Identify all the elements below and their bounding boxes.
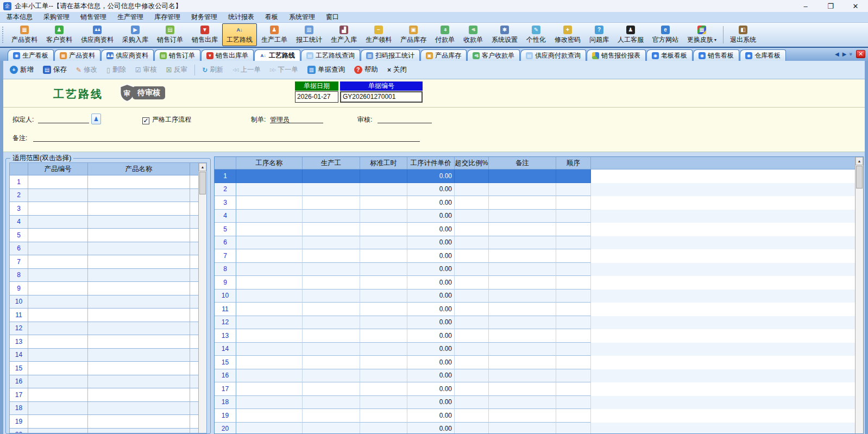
grid-cell[interactable] [556,316,591,330]
grid-cell[interactable] [489,369,556,383]
grid-cell[interactable] [303,409,360,423]
grid-cell[interactable] [236,316,303,330]
tab-3[interactable]: ♟♟供应商资料 [101,49,154,61]
grid-cell[interactable] [556,223,591,236]
grid-scrollbar[interactable]: ▲ [855,157,863,433]
table-cell[interactable] [28,388,88,401]
grid-cell[interactable] [455,369,489,383]
grid-row[interactable]: 130.00 [215,329,855,343]
table-cell[interactable] [28,255,88,268]
grid-cell[interactable] [489,263,556,276]
toolbar-grip[interactable] [2,27,5,43]
grid-cell[interactable] [489,396,556,410]
table-row[interactable]: 14 [10,349,198,362]
menu-item-1[interactable]: 基本信息 [1,12,38,22]
grid-cell[interactable] [556,210,591,223]
grid-cell[interactable] [360,196,407,210]
grid-cell[interactable] [360,169,407,183]
tab-4[interactable]: ▤销售订单 [154,49,200,61]
table-cell[interactable] [28,309,88,322]
table-cell[interactable] [28,362,88,375]
table-row[interactable]: 8 [10,269,198,282]
grid-cell[interactable] [360,276,407,290]
grid-cell[interactable] [489,169,556,183]
strict-flow-checkbox[interactable]: ✓ [142,117,149,124]
grid-cell[interactable] [489,356,556,369]
grid-cell[interactable] [489,210,556,223]
grid-cell[interactable] [360,316,407,330]
grid-cell[interactable] [455,249,489,263]
grid-cell[interactable] [303,343,360,356]
tab-scroll-right-icon[interactable]: ▶ [842,51,847,57]
toolbar-button-13[interactable]: -$付款单 [431,23,459,46]
grid-cell[interactable] [556,303,591,316]
grid-cell[interactable] [303,316,360,330]
grid-cell[interactable] [489,329,556,343]
grid-cell[interactable] [360,263,407,276]
grid-cell[interactable]: 0.00 [407,409,455,423]
scrollbar-thumb[interactable] [856,166,863,188]
grid-cell[interactable] [303,329,360,343]
menu-item-2[interactable]: 采购管理 [38,12,75,22]
toolbar-button-14[interactable]: +$收款单 [459,23,487,46]
tab-10[interactable]: +$客户收款单 [467,49,520,61]
grid-row[interactable]: 90.00 [215,276,855,290]
grid-cell[interactable] [360,223,407,236]
table-row[interactable]: 6 [10,242,198,256]
grid-cell[interactable] [489,223,556,236]
grid-cell[interactable] [489,276,556,290]
grid-cell[interactable] [455,356,489,369]
grid-cell[interactable]: 0.00 [407,276,455,290]
grid-cell[interactable] [455,303,489,316]
grid-cell[interactable] [303,423,360,434]
grid-cell[interactable]: 0.00 [407,329,455,343]
grid-cell[interactable] [236,210,303,223]
grid-cell[interactable] [455,210,489,223]
tab-15[interactable]: ◉仓库看板 [740,49,786,61]
grid-cell[interactable] [455,396,489,410]
grid-cell[interactable] [303,303,360,316]
table-row[interactable]: 19 [10,415,198,429]
grid-row[interactable]: 150.00 [215,356,855,369]
grid-cell[interactable]: 0.00 [407,249,455,263]
grid-cell[interactable] [360,356,407,369]
grid-cell[interactable]: 0.00 [407,290,455,303]
grid-cell[interactable] [360,369,407,383]
table-cell[interactable] [28,295,88,309]
grid-cell[interactable] [303,183,360,197]
toolbar-button-2[interactable]: ♟客户资料 [42,23,77,46]
grid-cell[interactable] [556,423,591,434]
grid-cell[interactable] [455,382,489,396]
scrollbar-thumb[interactable] [199,172,206,194]
tab-8[interactable]: ▥扫码报工统计 [361,49,420,61]
grid-row[interactable]: 160.00 [215,369,855,383]
grid-cell[interactable]: 0.00 [407,369,455,383]
grid-cell[interactable] [489,249,556,263]
grid-cell[interactable] [236,303,303,316]
toolbar-button-8[interactable]: ♟生产工单 [257,23,292,46]
table-row[interactable]: 3 [10,202,198,216]
grid-cell[interactable] [455,276,489,290]
toolbar-button-4[interactable]: ▶采购入库 [118,23,153,46]
grid-cell[interactable] [236,183,303,197]
grid-cell[interactable] [556,196,591,210]
table-row[interactable]: 17 [10,388,198,402]
menu-item-3[interactable]: 销售管理 [75,12,112,22]
table-row[interactable]: 9 [10,282,198,295]
toolbar-button-15[interactable]: ✱系统设置 [487,23,522,46]
table-cell[interactable] [88,175,190,188]
toolbar-button-5[interactable]: ▤销售订单 [153,23,187,46]
grid-cell[interactable] [455,223,489,236]
grid-cell[interactable] [455,169,489,183]
table-cell[interactable] [88,282,190,295]
grid-row[interactable]: 170.00 [215,382,855,396]
table-cell[interactable] [28,349,88,362]
close-button[interactable]: ✕ [843,0,868,12]
toolbar-button-7[interactable]: A↓工艺路线 [222,23,257,46]
action-button-6[interactable]: ☒反审 [161,63,192,77]
grid-row[interactable]: 120.00 [215,316,855,330]
grid-cell[interactable] [455,343,489,356]
table-cell[interactable] [28,375,88,388]
menu-item-6[interactable]: 财务管理 [186,12,223,22]
toolbar-button-3[interactable]: ♟♟供应商资料 [77,23,118,46]
